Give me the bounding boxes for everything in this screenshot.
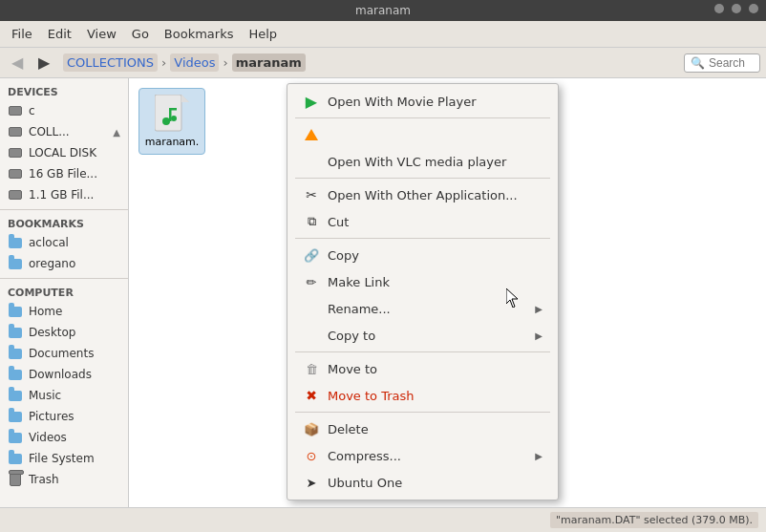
ubuntu-icon: ⊙ <box>303 447 320 464</box>
folder-icon-music <box>8 388 23 403</box>
folder-icon-oregano <box>8 256 23 271</box>
sidebar-item-coll[interactable]: COLL... ▲ <box>0 121 128 142</box>
ctx-sep-2 <box>295 178 550 179</box>
menu-go[interactable]: Go <box>124 23 157 45</box>
file-item-maranam[interactable]: maranam. <box>138 88 205 155</box>
other-app-icon <box>303 153 320 170</box>
ctx-open-vlc[interactable] <box>287 121 558 148</box>
back-button[interactable]: ◀ <box>6 51 29 74</box>
main-layout: Devices c COLL... ▲ LOCAL DISK 16 GB Fil… <box>0 78 766 507</box>
move-to-icon <box>303 327 320 344</box>
file-icon-large <box>153 95 191 133</box>
ctx-arrow-ubuntu: ▶ <box>535 451 543 461</box>
scissors-icon: ✂ <box>303 186 320 203</box>
search-box[interactable]: 🔍 <box>684 53 760 73</box>
ctx-send-to-label: Ubuntu One <box>328 476 402 490</box>
folder-icon-documents <box>8 346 23 361</box>
ctx-open-movie[interactable]: ▶ Open With Movie Player <box>287 88 558 115</box>
svg-point-3 <box>162 117 170 125</box>
compress-icon: 📦 <box>303 420 320 437</box>
folder-icon-desktop <box>8 325 23 340</box>
expand-btn-coll[interactable]: ▲ <box>113 127 120 138</box>
sidebar-section-devices: Devices c COLL... ▲ LOCAL DISK 16 GB Fil… <box>0 82 128 205</box>
window-btn-1[interactable] <box>714 4 724 13</box>
send-to-icon: ➤ <box>303 474 320 491</box>
trash-icon <box>8 472 23 487</box>
folder-icon-filesystem <box>8 451 23 466</box>
menu-file[interactable]: File <box>4 23 40 45</box>
ctx-make-link-label: Copy <box>328 248 359 263</box>
breadcrumb-sep-2: › <box>221 55 229 70</box>
ctx-rename[interactable]: ✏ Make Link <box>287 268 558 295</box>
ctx-cut-label: Open With Other Application... <box>328 188 518 202</box>
ctx-ubuntu-one[interactable]: ⊙ Compress... ▶ <box>287 442 558 469</box>
content-area[interactable]: maranam. ▶ Open With Movie Player Open W… <box>129 78 766 507</box>
breadcrumb-collections[interactable]: COLLECTIONS <box>63 53 158 72</box>
divider-1 <box>0 209 128 210</box>
ctx-ubuntu-one-label: Compress... <box>328 449 401 463</box>
ctx-sep-3 <box>295 238 550 239</box>
menu-edit[interactable]: Edit <box>40 23 79 45</box>
breadcrumb-videos[interactable]: Videos <box>170 53 219 72</box>
window-btn-2[interactable] <box>732 4 741 13</box>
sidebar-item-desktop[interactable]: Desktop <box>0 322 128 343</box>
folder-icon-aclocal <box>8 235 23 250</box>
ctx-delete[interactable]: ✖ Move to Trash <box>287 382 558 409</box>
file-svg-icon <box>155 95 189 133</box>
svg-rect-0 <box>155 95 181 131</box>
sidebar-item-filesystem[interactable]: File System <box>0 448 128 469</box>
ctx-make-link[interactable]: 🔗 Copy <box>287 242 558 268</box>
sidebar-item-videos[interactable]: Videos <box>0 427 128 448</box>
drive-icon-coll <box>8 124 23 139</box>
sidebar-item-aclocal[interactable]: aclocal <box>0 232 128 253</box>
sidebar-item-trash[interactable]: Trash <box>0 469 128 490</box>
sidebar-section-title-bookmarks: Bookmarks <box>0 214 128 232</box>
sidebar: Devices c COLL... ▲ LOCAL DISK 16 GB Fil… <box>0 78 129 507</box>
search-input[interactable] <box>709 56 756 70</box>
ctx-move-trash[interactable]: 🗑 Move to <box>287 355 558 382</box>
ctx-open-other[interactable]: Open With VLC media player <box>287 148 558 175</box>
ctx-copy-to-label: Rename... <box>328 302 391 316</box>
window-btn-3[interactable] <box>749 4 758 13</box>
ctx-arrow-copy-to: ▶ <box>535 304 543 314</box>
sidebar-item-16gb[interactable]: 16 GB File... <box>0 163 128 184</box>
forward-button[interactable]: ▶ <box>32 51 55 74</box>
sidebar-section-bookmarks: Bookmarks aclocal oregano <box>0 214 128 274</box>
menu-help[interactable]: Help <box>241 23 285 45</box>
ctx-move-to[interactable]: Copy to ▶ <box>287 322 558 349</box>
ctx-sep-5 <box>295 412 550 413</box>
svg-rect-5 <box>169 108 177 111</box>
ctx-sep-1 <box>295 117 550 118</box>
breadcrumb-maranam[interactable]: maranam <box>232 53 306 72</box>
sidebar-item-oregano[interactable]: oregano <box>0 253 128 274</box>
sidebar-section-title-computer: Computer <box>0 283 128 301</box>
ctx-cut[interactable]: ✂ Open With Other Application... <box>287 181 558 208</box>
sidebar-item-home[interactable]: Home <box>0 301 128 322</box>
sidebar-item-documents[interactable]: Documents <box>0 343 128 364</box>
sidebar-item-c[interactable]: c <box>0 100 128 121</box>
ctx-send-to[interactable]: ➤ Ubuntu One <box>287 469 558 496</box>
sidebar-item-downloads[interactable]: Downloads <box>0 364 128 385</box>
folder-icon-pictures <box>8 409 23 424</box>
ctx-sep-4 <box>295 351 550 352</box>
app-title: maranam <box>355 4 411 17</box>
ctx-copy-to[interactable]: Rename... ▶ <box>287 295 558 322</box>
file-name-label: maranam. <box>145 136 200 148</box>
ctx-rename-label: Make Link <box>328 275 390 289</box>
window-controls <box>714 4 758 13</box>
ctx-compress[interactable]: 📦 Delete <box>287 415 558 442</box>
sidebar-item-pictures[interactable]: Pictures <box>0 406 128 427</box>
sidebar-item-11gb[interactable]: 1.1 GB Fil... <box>0 184 128 205</box>
sidebar-item-local-disk[interactable]: LOCAL DISK <box>0 142 128 163</box>
breadcrumb: COLLECTIONS › Videos › maranam <box>59 53 680 72</box>
copy-icon: ⧉ <box>303 213 320 230</box>
sidebar-item-music[interactable]: Music <box>0 385 128 406</box>
title-bar: maranam <box>0 0 766 21</box>
menu-bookmarks[interactable]: Bookmarks <box>157 23 242 45</box>
sidebar-section-title-devices: Devices <box>0 82 128 100</box>
ctx-copy[interactable]: ⧉ Cut <box>287 208 558 235</box>
search-icon: 🔍 <box>691 56 705 70</box>
svg-point-6 <box>171 116 177 121</box>
menu-view[interactable]: View <box>79 23 124 45</box>
ctx-arrow-move-to: ▶ <box>535 330 543 341</box>
